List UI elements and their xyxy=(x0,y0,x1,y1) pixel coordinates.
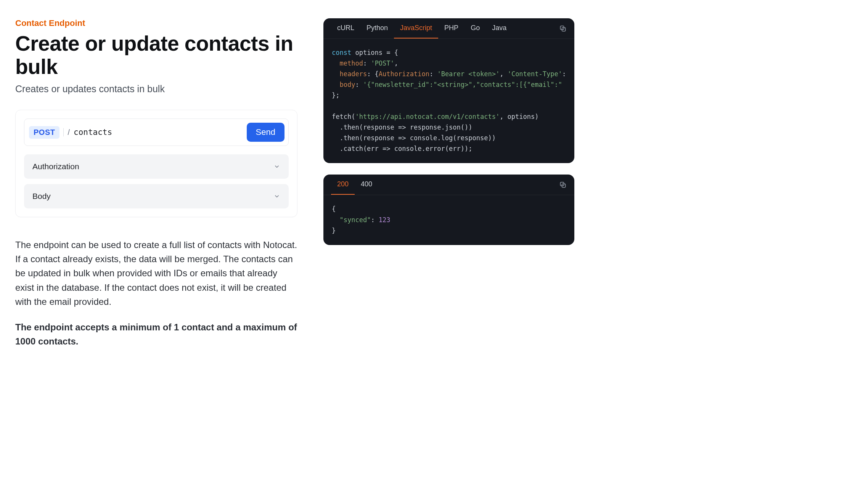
section-label: Authorization xyxy=(32,162,79,171)
tab-go[interactable]: Go xyxy=(465,18,486,38)
tab-curl[interactable]: cURL xyxy=(331,18,360,38)
vertical-divider xyxy=(63,128,64,136)
copy-icon[interactable] xyxy=(559,25,567,32)
section-label: Body xyxy=(32,192,51,201)
page-subtitle: Creates or updates contacts in bulk xyxy=(15,83,297,95)
endpoint-row: POST / contacts Send xyxy=(24,119,289,146)
tab-400-response[interactable]: 400 xyxy=(355,175,378,195)
response-sample: { "synced": 123 } xyxy=(323,195,574,245)
code-sample: const options = { method: 'POST', header… xyxy=(323,39,574,163)
http-method-badge: POST xyxy=(29,126,59,139)
response-tabs: 200400 xyxy=(323,175,574,195)
response-panel: 200400 { "synced": 123 } xyxy=(323,175,574,245)
code-tabs: cURLPythonJavaScriptPHPGoJava xyxy=(323,18,574,39)
endpoint-category: Contact Endpoint xyxy=(15,18,297,28)
page-title: Create or update contacts in bulk xyxy=(15,32,297,78)
code-sample-panel: cURLPythonJavaScriptPHPGoJava const opti… xyxy=(323,18,574,163)
tab-python[interactable]: Python xyxy=(360,18,394,38)
tab-javascript[interactable]: JavaScript xyxy=(394,18,438,38)
request-card: POST / contacts Send Authorization Body xyxy=(15,110,297,217)
description-paragraph: The endpoint can be used to create a ful… xyxy=(15,238,297,309)
chevron-down-icon xyxy=(273,193,280,200)
endpoint-path: contacts xyxy=(74,128,112,137)
section-body[interactable]: Body xyxy=(24,184,289,208)
tab-200-response[interactable]: 200 xyxy=(331,175,355,195)
section-authorization[interactable]: Authorization xyxy=(24,154,289,179)
chevron-down-icon xyxy=(273,163,280,170)
send-button[interactable]: Send xyxy=(247,123,285,142)
tab-java[interactable]: Java xyxy=(486,18,513,38)
endpoint-text: POST / contacts xyxy=(29,126,242,139)
path-slash: / xyxy=(68,128,70,137)
tab-php[interactable]: PHP xyxy=(438,18,465,38)
description-limits: The endpoint accepts a minimum of 1 cont… xyxy=(15,320,297,348)
copy-icon[interactable] xyxy=(559,181,567,189)
